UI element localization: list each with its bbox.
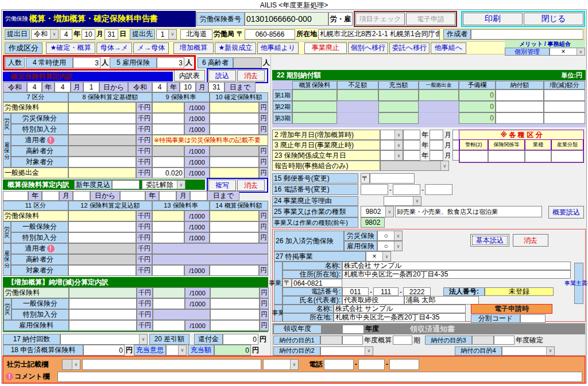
nofu-cell[interactable] [496, 101, 544, 112]
basis-input[interactable] [68, 124, 136, 135]
f24-select[interactable] [384, 196, 421, 206]
period-month2-input[interactable]: 10 [180, 82, 196, 92]
f25-code-select[interactable]: 9802 [361, 206, 394, 217]
gaisan-kesu-button[interactable]: 消去 [237, 180, 265, 191]
sharoushi-name-input[interactable] [82, 359, 261, 370]
fukusha-button[interactable]: 複写 [208, 180, 236, 191]
f6-korei-input[interactable] [233, 57, 262, 68]
period-day2-input[interactable] [190, 191, 207, 201]
category-shinki-button[interactable]: ★新規成立 [215, 42, 256, 54]
basis-input[interactable] [68, 221, 136, 232]
f4-joji-input[interactable]: 3 [73, 57, 100, 68]
prefecture-input[interactable]: 北海道 [180, 29, 212, 40]
uchiwake-button[interactable]: 内訳表 [174, 70, 205, 81]
ryoshu-nendo-input[interactable] [342, 325, 364, 334]
houkoku-select[interactable] [380, 161, 449, 171]
owner-rep-title-input[interactable]: 代表取締役 [342, 296, 404, 305]
owner-name-input[interactable]: 株式会社 サンプル [342, 262, 571, 270]
mokuteki1-input[interactable] [342, 336, 363, 345]
basis-input[interactable] [68, 135, 136, 146]
print-button[interactable]: 印刷 [463, 13, 523, 25]
f25-name-input[interactable]: 卸売業・小売業、飲食店又は宿泊業 [395, 206, 542, 217]
rate-input[interactable] [153, 320, 185, 331]
juto-ishi-select[interactable] [166, 345, 187, 356]
basis-input[interactable] [68, 102, 136, 113]
owner-kakikae-button[interactable]: 事業主書換 [574, 263, 583, 304]
owner-addr-input[interactable]: 札幌市中央区北一条西20丁目4-35 [342, 270, 571, 279]
f16-tel1-input[interactable] [361, 184, 388, 195]
amount-input[interactable] [210, 210, 259, 221]
period-month-input[interactable]: 4 [55, 82, 71, 92]
sharoushi-sub-select[interactable] [263, 359, 299, 370]
mokuteki4-select[interactable] [502, 346, 555, 356]
f2-era-select[interactable] [380, 130, 403, 140]
period-day-input[interactable] [73, 191, 90, 201]
basis-input[interactable] [68, 254, 136, 265]
era-select[interactable]: 令和 [31, 29, 59, 40]
period-year-input[interactable] [3, 191, 28, 201]
footer-tel2-input[interactable] [358, 359, 385, 370]
f23-month-input[interactable] [430, 150, 443, 161]
mokuteki1-ki-input[interactable] [393, 336, 412, 345]
kihon-yomikomi-button[interactable]: 基本読込 [470, 234, 509, 247]
period-day-input[interactable]: 1 [83, 82, 99, 92]
zogen-cell[interactable] [544, 89, 585, 101]
f15-postal-input[interactable] [370, 173, 415, 184]
rate-input[interactable] [152, 221, 184, 232]
footer-tel1-input[interactable] [324, 359, 354, 370]
category-itaku-ikou-button[interactable]: 委託へ移行 [389, 42, 430, 54]
yomikomi-button[interactable]: 読込 [208, 70, 236, 81]
amount-input[interactable] [210, 167, 259, 178]
amount-input[interactable] [210, 113, 259, 124]
mokuteki3-input[interactable] [494, 336, 514, 345]
shinnendo-input[interactable] [112, 180, 140, 189]
f2-year-input[interactable] [403, 130, 420, 140]
zogen-cell[interactable] [544, 101, 585, 112]
period-month-input[interactable] [42, 191, 59, 201]
f16-tel2-input[interactable] [393, 184, 420, 195]
business-addr-input[interactable]: 札幌市中央区北一条西20丁目4-35 [334, 313, 466, 322]
basis-input[interactable] [68, 265, 136, 276]
owner-postal-input[interactable]: 064-0821 [292, 279, 342, 287]
rousai-select[interactable]: ○ [377, 231, 403, 241]
bureau-address-input[interactable]: 札幌市北区北8西2-1-1 札幌第1合同庁舎 [318, 29, 440, 40]
amount-input[interactable] [210, 102, 259, 113]
item-check-button[interactable]: 項目チェック [355, 13, 405, 25]
amount-input[interactable] [210, 287, 260, 298]
submit-year-input[interactable]: 4 [60, 29, 72, 40]
rate-input[interactable] [152, 113, 184, 124]
f5-koyou-input[interactable]: 3 [157, 57, 184, 68]
amount-input[interactable] [210, 320, 260, 331]
period-year-input[interactable]: 4 [27, 82, 42, 92]
rate-input[interactable] [152, 102, 184, 113]
f3-year-input[interactable] [403, 140, 420, 150]
amount-input[interactable] [210, 309, 260, 320]
basis-input[interactable] [68, 113, 136, 124]
footer-tel3-input[interactable] [389, 359, 419, 370]
rate-input[interactable] [153, 298, 185, 309]
basis-input[interactable] [69, 320, 137, 331]
business-name-input[interactable]: 株式会社 サンプル [334, 305, 466, 313]
author-input[interactable] [471, 29, 583, 40]
gen-rate-input[interactable]: 0.020 [152, 167, 184, 178]
category-kakutei-gaisan-button[interactable]: ★確定・概算 [46, 42, 95, 54]
rate-input[interactable] [152, 157, 184, 167]
close-button[interactable]: 閉じる [524, 13, 583, 25]
dest-select[interactable]: 1 [156, 29, 177, 40]
rate-input[interactable] [152, 265, 184, 276]
amount-input[interactable] [210, 298, 260, 309]
itaku-kaijo-select[interactable]: 委託解除 [142, 180, 185, 189]
rate-input[interactable] [153, 287, 185, 298]
basis-input[interactable] [69, 298, 137, 309]
basis-input[interactable] [68, 146, 136, 157]
owner-tel2-input[interactable]: 111 [373, 287, 399, 296]
category-zouka-button[interactable]: 増加概算 [173, 42, 214, 54]
category-tajiso-yori-button[interactable]: 他事組より [257, 42, 299, 54]
owner-tel3-input[interactable]: 2222 [403, 287, 431, 296]
denshi-shinsei-button[interactable]: 電子申請時 [471, 304, 552, 314]
basis-input[interactable] [69, 287, 137, 298]
juto-gaku-input[interactable]: 0 [214, 345, 251, 356]
f17-select[interactable] [60, 334, 148, 345]
submit-month-input[interactable]: 10 [82, 29, 95, 40]
e-apply-button[interactable]: 電子申請 [406, 13, 455, 25]
